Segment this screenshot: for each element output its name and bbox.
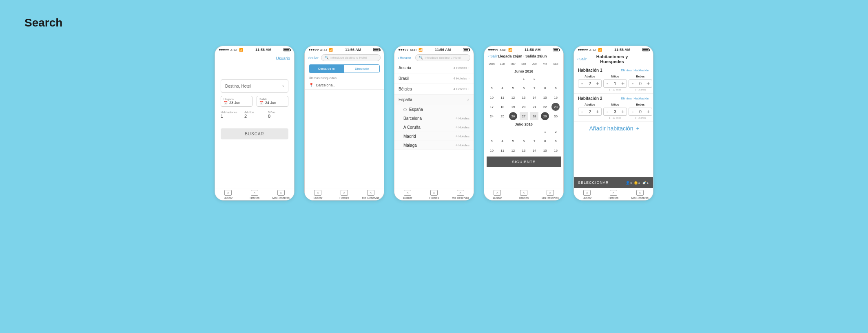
user-link[interactable]: Usuario <box>276 56 290 61</box>
cancel-button[interactable]: Anular <box>308 56 319 60</box>
arrow-icon: › <box>282 83 284 89</box>
back-button-3[interactable]: ‹ Buscar <box>398 56 411 60</box>
reservas-tab-icon-5 <box>636 190 644 196</box>
plus-icon: + <box>636 125 639 132</box>
adults-field: Adultos 2 <box>244 111 265 119</box>
nav-back-4: ‹ Salir Llegada 26jun · Salida 29jun <box>484 53 563 60</box>
nav-back-3: ‹ Buscar 🔍 Introduce destino u Hotel <box>394 53 474 63</box>
children-plus-1[interactable]: + <box>619 80 627 87</box>
babies-stepper-2: - 0 + <box>629 108 652 116</box>
tab-buscar-2[interactable]: Buscar <box>305 190 331 199</box>
remove-room-1[interactable]: Eliminar Habitación <box>621 68 649 72</box>
arrival-field[interactable]: Llegada 📅 23 Jun <box>221 96 252 107</box>
babies-stepper-1: - 0 + <box>629 79 652 88</box>
month-june-label: Junio 2016 <box>487 68 561 74</box>
reservas-tab-icon-4 <box>547 190 554 196</box>
back-button-5[interactable]: ‹ Salir <box>577 57 587 61</box>
chevron-up-icon: ∧ <box>467 98 469 101</box>
dates-row: Llegada 📅 23 Jun Salida 📅 24 Jun <box>221 96 288 107</box>
suggestion-item[interactable]: 📍 Barcelona.. <box>305 81 384 90</box>
nav-rooms: ‹ Salir Habitaciones y Huespedes <box>574 53 653 66</box>
tab-reservas-5[interactable]: Mis Reservas <box>627 190 653 199</box>
tab-buscar-1[interactable]: Buscar <box>215 190 241 199</box>
tab-buscar-4[interactable]: Buscar <box>484 190 511 199</box>
tab-reservas-2[interactable]: Mis Reservas <box>357 190 384 199</box>
add-room-button[interactable]: Añadir habitación + <box>574 122 653 135</box>
departure-field[interactable]: Salida 📅 24 Jun <box>257 96 288 107</box>
babies-minus-1[interactable]: - <box>629 80 636 87</box>
remove-room-2[interactable]: Eliminar Habitación <box>621 97 649 100</box>
back-button-4[interactable]: ‹ Salir <box>488 54 498 58</box>
babies-plus-1[interactable]: + <box>644 80 652 87</box>
city-malaga[interactable]: Malaga 4 Hoteles <box>394 141 474 150</box>
chevron-icon: › <box>468 66 469 70</box>
destination-button[interactable]: Destino, Hotel › <box>221 79 288 93</box>
country-list: Austria 4 Hoteles › Brasil 4 Hoteles › B… <box>394 63 474 188</box>
nav-search-2: Anular 🔍 Introduce destino u Hotel <box>305 53 384 63</box>
babies-minus-2[interactable]: - <box>629 108 636 115</box>
adults-minus-2[interactable]: - <box>578 108 586 115</box>
next-button[interactable]: SIGUIENTE <box>487 157 561 167</box>
tab-buscar-5[interactable]: Buscar <box>574 190 600 199</box>
adults-plus-2[interactable]: + <box>594 108 601 115</box>
adults-minus-1[interactable]: - <box>578 80 586 87</box>
city-barcelona[interactable]: Barcelona 4 Hoteles <box>394 114 474 123</box>
tab-hoteles-5[interactable]: Hoteles <box>600 190 627 199</box>
city-acoruna[interactable]: A Coruña 4 Hoteles <box>394 123 474 132</box>
july-grid: 12 3456789 10111213141516 <box>487 127 561 155</box>
location-tabs: Cerca de mi Directorio <box>309 64 380 73</box>
status-bar-3: AT&T 📶 11:56 AM <box>394 46 474 53</box>
tab-hoteles-1[interactable]: Hoteles <box>241 190 268 199</box>
room-2: Habitación 2 Eliminar Habitación Adultos… <box>574 94 653 122</box>
children-minus-2[interactable]: - <box>604 108 611 115</box>
children-minus-1[interactable]: - <box>604 80 611 87</box>
adults-plus-1[interactable]: + <box>594 80 601 87</box>
search-button[interactable]: BUSCAR <box>221 128 288 139</box>
city-madrid[interactable]: Madrid 4 Hoteles <box>394 132 474 141</box>
month-july-label: Julio 2016 <box>487 121 561 127</box>
search-input-3[interactable]: 🔍 Introduce destino u Hotel <box>415 54 470 61</box>
phone-1: AT&T 📶 11:56 AM Usuario Destino, Hotel ›… <box>215 46 294 201</box>
select-button[interactable]: SELECCIONAR 👤4 👶2 🍼1 <box>574 177 653 188</box>
hotels-tab-icon-3 <box>430 190 438 196</box>
search-icon: 🔍 <box>325 56 329 60</box>
june-grid: 12 3456789 10111213141516 17181920212223… <box>487 74 561 121</box>
country-belgica[interactable]: Bélgica 4 Hoteles › <box>394 84 474 95</box>
babies-plus-2[interactable]: + <box>644 108 652 115</box>
tab-hoteles-3[interactable]: Hoteles <box>421 190 447 199</box>
chevron-icon-2: › <box>468 77 469 80</box>
city-espana-radio[interactable]: España <box>394 105 474 114</box>
country-brasil[interactable]: Brasil 4 Hoteles › <box>394 73 474 84</box>
search-tab-icon-5 <box>583 190 591 196</box>
recent-label: Últimas búsquedas <box>305 75 384 81</box>
nav-user: Usuario <box>215 53 294 63</box>
tab-reservas-3[interactable]: Mis Reservas <box>447 190 474 199</box>
tab-reservas-4[interactable]: Mis Reservas <box>537 190 563 199</box>
country-espana[interactable]: España ∧ <box>394 95 474 105</box>
tab-reservas-1[interactable]: Mis Reservas <box>268 190 294 199</box>
cerca-tab[interactable]: Cerca de mi <box>309 65 344 73</box>
tab-bar-3: Buscar Hoteles Mis Reservas <box>394 188 474 200</box>
hotels-tab-icon-4 <box>520 190 527 196</box>
children-plus-2[interactable]: + <box>619 108 627 115</box>
hotels-tab-icon-2 <box>341 190 348 196</box>
adults-col-2: Adultos - 2 + <box>578 103 602 119</box>
phone-2: AT&T 📶 11:56 AM Anular 🔍 Introduce desti… <box>304 46 384 201</box>
rooms-content: Habitación 1 Eliminar Habitación Adultos… <box>574 66 653 188</box>
children-col-1: Niños - 1 + 1 - 12 años <box>603 75 627 91</box>
search-input-bar[interactable]: 🔍 Introduce destino u Hotel <box>321 54 381 61</box>
tab-hoteles-4[interactable]: Hoteles <box>511 190 537 199</box>
hotels-tab-icon <box>251 190 258 196</box>
chevron-icon-3: › <box>468 87 469 91</box>
days-header: Dom Lun Mar Mié Jue Vie Sab <box>487 62 561 66</box>
search-tab-icon-2 <box>314 190 321 196</box>
tab-buscar-3[interactable]: Buscar <box>394 190 421 199</box>
directorio-tab[interactable]: Directorio <box>344 65 379 73</box>
status-bar-1: AT&T 📶 11:56 AM <box>215 46 294 53</box>
tab-hoteles-2[interactable]: Hoteles <box>331 190 358 199</box>
children-col-2: Niños - 3 + 1 - 12 años <box>603 103 627 119</box>
calendar: Dom Lun Mar Mié Jue Vie Sab Junio 2016 1… <box>484 60 563 188</box>
page-title: Search <box>24 16 844 29</box>
country-austria[interactable]: Austria 4 Hoteles › <box>394 63 474 73</box>
search-tab-icon <box>224 190 232 196</box>
